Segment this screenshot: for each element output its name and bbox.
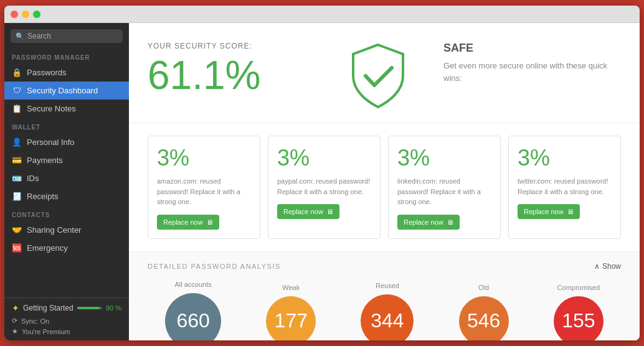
win-desc-0: amazon.com: reused password! Replace it … bbox=[157, 176, 251, 207]
sidebar-bottom: ✦ Getting Started 90 % ⟳ Sync: On ★ You'… bbox=[4, 297, 129, 340]
sidebar-item-label: Passwords bbox=[27, 68, 67, 77]
win-percent-0: 3% bbox=[157, 145, 251, 171]
win-percent-3: 3% bbox=[518, 145, 612, 171]
sidebar-item-ids[interactable]: 🪪 IDs bbox=[4, 169, 129, 187]
sidebar-item-passwords[interactable]: 🔒 Passwords bbox=[4, 63, 129, 82]
titlebar bbox=[4, 6, 640, 23]
section-label-wallet: WALLET bbox=[4, 118, 129, 133]
show-label: Show bbox=[602, 262, 621, 271]
win-card-2: 3% linkedin.com: reused password! Replac… bbox=[388, 136, 501, 239]
analysis-header: DETAILED PASSWORD ANALYSIS ∧ Show bbox=[148, 262, 621, 271]
replace-btn-2[interactable]: Replace now 🖥 bbox=[397, 215, 460, 230]
sidebar-item-label: Receipts bbox=[27, 192, 59, 201]
analysis-section: DETAILED PASSWORD ANALYSIS ∧ Show All ac… bbox=[129, 252, 640, 341]
win-percent-2: 3% bbox=[397, 145, 491, 171]
sidebar-item-receipts[interactable]: 🧾 Receipts bbox=[4, 187, 129, 205]
quick-wins-section: 3% amazon.com: reused password! Replace … bbox=[129, 123, 640, 252]
person-icon: 👤 bbox=[12, 138, 22, 147]
circle-old: 546 bbox=[459, 296, 509, 341]
analysis-title: DETAILED PASSWORD ANALYSIS bbox=[148, 263, 281, 270]
sync-label: Sync: On bbox=[21, 317, 49, 325]
progress-percent: 90 % bbox=[106, 304, 121, 312]
premium-row: ★ You're Premium bbox=[12, 327, 121, 335]
replace-label-3: Replace now bbox=[524, 208, 564, 215]
sidebar-item-payments[interactable]: 💳 Payments bbox=[4, 151, 129, 169]
score-value: 61.1% bbox=[148, 55, 325, 95]
shield-section bbox=[338, 42, 419, 110]
win-percent-1: 3% bbox=[277, 145, 371, 171]
search-input[interactable]: Search bbox=[27, 32, 118, 40]
minimize-button[interactable] bbox=[22, 11, 29, 18]
sidebar-item-personal-info[interactable]: 👤 Personal Info bbox=[4, 133, 129, 151]
search-icon: 🔍 bbox=[16, 32, 24, 40]
receipt-icon: 🧾 bbox=[12, 192, 22, 201]
safe-section: SAFE Get even more secure online with th… bbox=[431, 42, 621, 110]
score-section: YOUR SECURITY SCORE: 61.1% bbox=[148, 42, 325, 110]
sidebar-item-label: IDs bbox=[27, 174, 39, 183]
progress-bar-bg bbox=[77, 307, 102, 309]
circle-label-reused: Reused bbox=[376, 282, 399, 289]
sidebar-item-label: Emergency bbox=[27, 243, 68, 253]
close-button[interactable] bbox=[11, 11, 18, 18]
sync-icon: ⟳ bbox=[12, 317, 17, 325]
sync-row: ⟳ Sync: On bbox=[12, 317, 121, 325]
replace-label-1: Replace now bbox=[283, 208, 323, 215]
replace-label-2: Replace now bbox=[404, 218, 443, 226]
monitor-icon-3: 🖥 bbox=[567, 208, 574, 215]
monitor-icon-2: 🖥 bbox=[447, 218, 453, 226]
getting-started-label: Getting Started bbox=[23, 304, 73, 312]
safe-description: Get even more secure online with these q… bbox=[443, 60, 621, 84]
progress-bar-fill bbox=[77, 307, 100, 309]
traffic-lights bbox=[11, 11, 40, 18]
circle-label-old: Old bbox=[478, 284, 489, 291]
win-card-0: 3% amazon.com: reused password! Replace … bbox=[148, 136, 260, 239]
circle-weak: 177 bbox=[266, 296, 316, 341]
sidebar-item-label: Secure Notes bbox=[27, 104, 76, 113]
sidebar-item-security-dashboard[interactable]: 🛡 Security Dashboard bbox=[4, 82, 129, 100]
section-label-contacts: CONTACTS bbox=[4, 205, 129, 221]
lock-icon: 🔒 bbox=[12, 68, 22, 77]
notes-icon: 📋 bbox=[12, 104, 22, 113]
score-label: YOUR SECURITY SCORE: bbox=[148, 42, 325, 50]
safe-title: SAFE bbox=[443, 42, 621, 55]
main-content: YOUR SECURITY SCORE: 61.1% SAFE Get even… bbox=[129, 23, 640, 340]
circle-all: 660 bbox=[165, 293, 221, 341]
circle-item-all: All accounts 660 bbox=[165, 281, 221, 341]
chevron-up-icon: ∧ bbox=[594, 262, 600, 271]
sidebar-item-label: Payments bbox=[27, 156, 63, 165]
circle-item-old: Old 546 bbox=[459, 284, 509, 341]
sidebar-item-secure-notes[interactable]: 📋 Secure Notes bbox=[4, 100, 129, 118]
monitor-icon-0: 🖥 bbox=[206, 218, 213, 226]
circle-item-compromised: Compromised 155 bbox=[554, 284, 604, 341]
replace-btn-1[interactable]: Replace now 🖥 bbox=[277, 204, 339, 219]
sidebar-item-emergency[interactable]: 🆘 Emergency bbox=[4, 239, 129, 257]
premium-label: You're Premium bbox=[22, 328, 70, 335]
card-icon: 💳 bbox=[12, 156, 22, 165]
sidebar-item-label: Security Dashboard bbox=[27, 86, 98, 95]
win-desc-3: twitter.com: reused password! Replace it… bbox=[518, 176, 612, 197]
id-icon: 🪪 bbox=[12, 174, 22, 183]
sharing-icon: 🤝 bbox=[12, 225, 22, 235]
win-desc-2: linkedin.com: reused password! Replace i… bbox=[397, 176, 491, 207]
circles-row: All accounts 660 Weak 177 bbox=[148, 281, 621, 341]
search-box[interactable]: 🔍 Search bbox=[11, 29, 123, 43]
circle-label-weak: Weak bbox=[282, 284, 300, 291]
replace-btn-3[interactable]: Replace now 🖥 bbox=[518, 204, 580, 219]
sidebar-item-label: Personal Info bbox=[27, 138, 75, 147]
circle-reused: 344 bbox=[361, 294, 414, 340]
win-card-3: 3% twitter.com: reused password! Replace… bbox=[508, 136, 621, 239]
replace-btn-0[interactable]: Replace now 🖥 bbox=[157, 215, 219, 230]
sidebar: 🔍 Search PASSWORD MANAGER 🔒 Passwords 🛡 … bbox=[4, 23, 129, 340]
section-label-password-manager: PASSWORD MANAGER bbox=[4, 48, 129, 63]
replace-label-0: Replace now bbox=[163, 218, 203, 226]
top-section: YOUR SECURITY SCORE: 61.1% SAFE Get even… bbox=[129, 23, 640, 123]
circle-item-weak: Weak 177 bbox=[266, 284, 316, 341]
app-window: 🔍 Search PASSWORD MANAGER 🔒 Passwords 🛡 … bbox=[4, 6, 640, 340]
sidebar-item-sharing-center[interactable]: 🤝 Sharing Center bbox=[4, 221, 129, 239]
getting-started-icon: ✦ bbox=[12, 303, 19, 313]
circle-item-reused: Reused 344 bbox=[361, 282, 414, 340]
maximize-button[interactable] bbox=[33, 11, 40, 18]
show-button[interactable]: ∧ Show bbox=[594, 262, 621, 271]
emergency-icon: 🆘 bbox=[12, 243, 22, 253]
circle-label-compromised: Compromised bbox=[557, 284, 600, 291]
